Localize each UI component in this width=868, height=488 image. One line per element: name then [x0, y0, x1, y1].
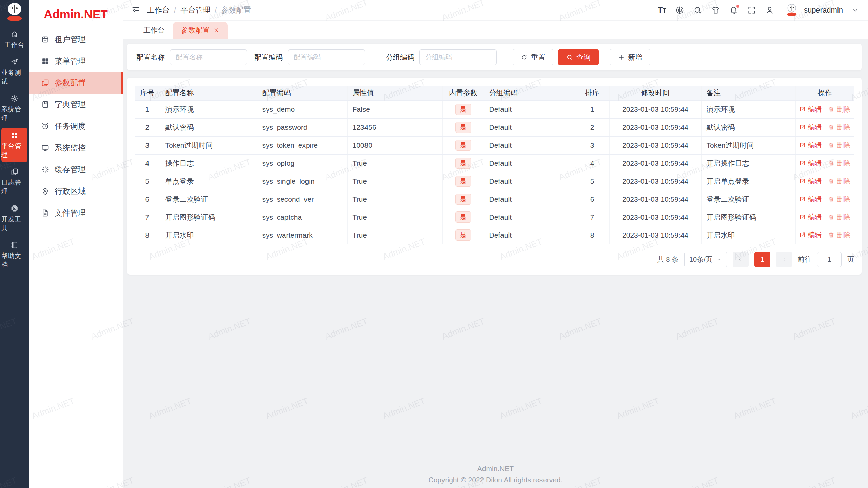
- spinner-icon: [41, 165, 50, 174]
- edit-label: 编辑: [808, 159, 822, 168]
- table-row: 8开启水印sys_wartermarkTrue是Default82023-01-…: [135, 226, 854, 244]
- delete-button[interactable]: 删除: [828, 159, 850, 168]
- user-avatar[interactable]: [783, 3, 797, 17]
- cell-mtime: 2023-01-03 10:59:44: [609, 190, 701, 208]
- sidebar-item-label: 字典管理: [55, 99, 86, 110]
- delete-button[interactable]: 删除: [828, 123, 850, 132]
- cell-remark: 开启水印: [701, 226, 795, 244]
- rail-item-help-docs[interactable]: 帮助文档: [1, 238, 27, 272]
- rail-item-dev-tools[interactable]: 开发工具: [1, 201, 27, 236]
- builtin-badge: 是: [455, 158, 471, 169]
- breadcrumb-item[interactable]: 工作台: [147, 5, 170, 15]
- sidebar-item-admin-region[interactable]: 行政区域: [29, 180, 123, 202]
- delete-button[interactable]: 删除: [828, 141, 850, 150]
- cell-remark: 默认密码: [701, 118, 795, 136]
- config-name-input[interactable]: [170, 49, 247, 65]
- notebook-icon: [11, 241, 19, 249]
- cell-actions: 编辑删除: [795, 118, 854, 136]
- sidebar-item-label: 行政区域: [55, 186, 86, 197]
- rail-menu: 工作台业务测试系统管理平台管理日志管理开发工具帮助文档: [0, 26, 29, 273]
- edit-button[interactable]: 编辑: [799, 123, 822, 132]
- delete-button[interactable]: 删除: [828, 230, 850, 240]
- column-header-remark: 备注: [701, 86, 795, 100]
- edit-button[interactable]: 编辑: [799, 141, 822, 150]
- edit-button[interactable]: 编辑: [799, 230, 822, 240]
- next-page-button[interactable]: [776, 252, 792, 267]
- group-code-input[interactable]: [419, 49, 497, 65]
- prev-page-button[interactable]: [733, 252, 749, 267]
- edit-button[interactable]: 编辑: [799, 105, 822, 114]
- edit-button[interactable]: 编辑: [799, 159, 822, 168]
- edit-button[interactable]: 编辑: [799, 195, 822, 204]
- edit-button[interactable]: 编辑: [799, 212, 822, 222]
- delete-button[interactable]: 删除: [828, 212, 850, 222]
- add-button[interactable]: 新增: [610, 49, 650, 65]
- delete-label: 删除: [837, 177, 850, 186]
- table-row: 5单点登录sys_single_loginTrue是Default52023-0…: [135, 172, 854, 190]
- delete-icon: [828, 214, 834, 220]
- rail-item-business-test[interactable]: 业务测试: [1, 55, 27, 89]
- table-row: 3Token过期时间sys_token_expire10080是Default3…: [135, 136, 854, 154]
- sidebar-item-cache-mgmt[interactable]: 缓存管理: [29, 159, 123, 180]
- rail-item-platform-mgmt[interactable]: 平台管理: [1, 128, 27, 162]
- cell-name: 单点登录: [160, 172, 257, 190]
- goto-page-input[interactable]: [817, 252, 842, 267]
- page-size-select[interactable]: 10条/页: [684, 252, 727, 267]
- collapse-sidebar-icon[interactable]: [131, 6, 140, 15]
- tab-工作台[interactable]: 工作台: [135, 22, 173, 39]
- fullscreen-icon[interactable]: [747, 6, 756, 15]
- sidebar-item-dict-mgmt[interactable]: 字典管理: [29, 94, 123, 115]
- tab-参数配置[interactable]: 参数配置: [173, 22, 228, 39]
- form-buttons: 重置查询新增: [513, 49, 650, 65]
- config-code-input[interactable]: [288, 49, 365, 65]
- filter-label: 分组编码: [386, 53, 414, 62]
- cell-actions: 编辑删除: [795, 208, 854, 226]
- query-button[interactable]: 查询: [558, 49, 599, 65]
- rail-item-log-mgmt[interactable]: 日志管理: [1, 164, 27, 199]
- column-header-builtin: 内置参数: [442, 86, 484, 100]
- sidebar-item-menu-mgmt[interactable]: 菜单管理: [29, 50, 123, 72]
- edit-button[interactable]: 编辑: [799, 177, 822, 186]
- rail-item-system-mgmt[interactable]: 系统管理: [1, 91, 27, 126]
- search-icon[interactable]: [693, 6, 702, 15]
- icon-rail: 工作台业务测试系统管理平台管理日志管理开发工具帮助文档: [0, 0, 29, 488]
- cell-name: 默认密码: [160, 118, 257, 136]
- theme-icon[interactable]: [711, 6, 720, 15]
- pin-icon: [41, 187, 50, 196]
- edit-icon: [799, 160, 806, 166]
- delete-button[interactable]: 删除: [828, 195, 850, 204]
- row-actions: 编辑删除: [801, 141, 849, 150]
- edit-label: 编辑: [808, 195, 822, 204]
- font-size-icon[interactable]: Tт: [658, 6, 666, 15]
- sidebar-item-file-mgmt[interactable]: 文件管理: [29, 202, 123, 224]
- cell-name: 开启图形验证码: [160, 208, 257, 226]
- cell-mtime: 2023-01-03 10:59:44: [609, 226, 701, 244]
- notification-icon[interactable]: [729, 6, 738, 15]
- cpu-icon: [11, 204, 19, 212]
- sidebar-item-tenant-mgmt[interactable]: 租户管理: [29, 28, 123, 50]
- app-logo[interactable]: [5, 3, 24, 22]
- cell-name: Token过期时间: [160, 136, 257, 154]
- cell-sort: 8: [575, 226, 609, 244]
- cell-remark: Token过期时间: [701, 136, 795, 154]
- add-label: 新增: [628, 53, 642, 62]
- sidebar-item-task-sched[interactable]: 任务调度: [29, 115, 123, 137]
- tab-close-icon[interactable]: [213, 27, 219, 33]
- reset-label: 重置: [531, 53, 545, 62]
- sidebar-item-param-config[interactable]: 参数配置: [29, 72, 123, 94]
- breadcrumb-item[interactable]: 平台管理: [180, 5, 210, 15]
- reset-button[interactable]: 重置: [513, 49, 553, 65]
- chevron-down-icon[interactable]: [852, 7, 859, 14]
- sidebar-item-sys-monitor[interactable]: 系统监控: [29, 137, 123, 159]
- delete-button[interactable]: 删除: [828, 105, 850, 114]
- builtin-badge: 是: [455, 104, 471, 115]
- current-page-button[interactable]: 1: [754, 252, 770, 267]
- row-actions: 编辑删除: [801, 105, 849, 114]
- profile-icon[interactable]: [765, 6, 774, 15]
- rail-item-workbench[interactable]: 工作台: [1, 27, 27, 53]
- username-label[interactable]: superadmin: [804, 6, 843, 15]
- cell-sort: 6: [575, 190, 609, 208]
- delete-button[interactable]: 删除: [828, 177, 850, 186]
- column-header-sort: 排序: [575, 86, 609, 100]
- language-icon[interactable]: [675, 6, 684, 15]
